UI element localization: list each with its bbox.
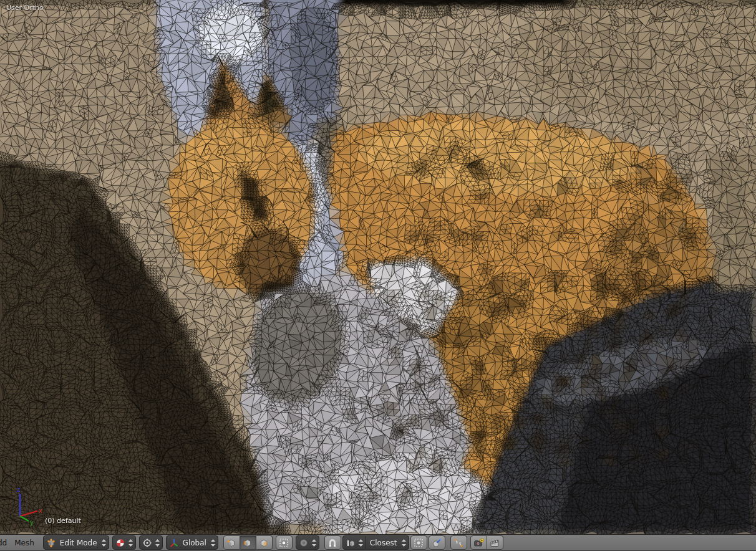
mesh-scene-canvas[interactable] (0, 0, 756, 534)
active-object-label: (0) default (45, 517, 81, 525)
mini-axis-gizmo: z x y (4, 485, 44, 526)
x-axis-label: x (39, 507, 42, 514)
snap-settings-group: Closest (342, 535, 409, 550)
snap-element-stepper-arrows[interactable] (358, 539, 364, 547)
snap-peel-object-icon (414, 538, 424, 548)
median-point-icon (142, 538, 152, 548)
mode-dropdown-label: Edit Mode (59, 539, 99, 547)
proportional-editing-off-icon (299, 538, 309, 548)
viewport-shading-dropdown[interactable] (112, 535, 136, 550)
mode-stepper-arrows[interactable] (101, 539, 107, 547)
snap-align-rotation-button[interactable] (429, 535, 445, 550)
automerge-editing-button[interactable] (450, 535, 467, 550)
opengl-render-animation-button[interactable] (487, 535, 503, 550)
face-select-cube-icon (259, 538, 269, 548)
proportional-stepper-arrows[interactable] (311, 539, 317, 547)
snap-target-stepper-arrows[interactable] (401, 539, 407, 547)
edge-select-cube-icon (243, 538, 253, 548)
textured-shading-sphere-icon (115, 538, 125, 548)
vertex-select-button[interactable] (223, 535, 240, 550)
snap-element-dropdown[interactable] (342, 535, 366, 550)
x-axis-line (20, 511, 37, 516)
snap-element-cube-icon (346, 538, 356, 548)
select-mode-buttons (223, 535, 273, 550)
opengl-render-buttons (470, 535, 503, 550)
orientation-stepper-arrows[interactable] (210, 539, 216, 547)
editmode-cube-icon (46, 538, 56, 548)
opengl-render-clapper-icon (490, 538, 500, 548)
snap-peel-object-button[interactable] (410, 535, 427, 550)
viewport-header[interactable]: dd Mesh Edit Mode (0, 534, 756, 551)
snap-target-dropdown-label: Closest (369, 539, 399, 547)
axis-tripod-icon (169, 538, 179, 548)
pivot-point-dropdown[interactable] (139, 535, 163, 550)
snap-align-rotation-pin-icon (432, 538, 442, 548)
mode-dropdown[interactable]: Edit Mode (43, 535, 109, 550)
3d-viewport[interactable]: User Ortho z x y (0) default (0, 0, 756, 534)
menu-add[interactable]: dd (0, 539, 7, 547)
y-axis-line (20, 516, 29, 521)
snap-target-dropdown[interactable]: Closest (366, 535, 409, 550)
view-name-label: User Ortho (6, 4, 44, 12)
magnet-icon (327, 538, 337, 548)
y-axis-label: y (30, 519, 34, 526)
automerge-arrows-icon (453, 538, 463, 548)
snap-toggle-button[interactable] (324, 535, 341, 550)
shading-stepper-arrows[interactable] (128, 539, 133, 547)
z-axis-label: z (17, 486, 20, 493)
orientation-dropdown-label: Global (182, 539, 208, 547)
proportional-editing-dropdown[interactable] (296, 535, 319, 550)
opengl-render-camera-icon (473, 538, 484, 548)
transform-orientation-dropdown[interactable]: Global (166, 535, 218, 550)
vertex-select-cube-icon (226, 538, 236, 548)
limit-selection-to-visible-button[interactable] (276, 535, 293, 550)
pivot-stepper-arrows[interactable] (155, 539, 160, 547)
menu-mesh[interactable]: Mesh (14, 539, 34, 547)
edge-select-button[interactable] (240, 535, 256, 550)
limit-selection-to-visible-icon (279, 538, 289, 548)
face-select-button[interactable] (256, 535, 273, 550)
opengl-render-image-button[interactable] (470, 535, 487, 550)
